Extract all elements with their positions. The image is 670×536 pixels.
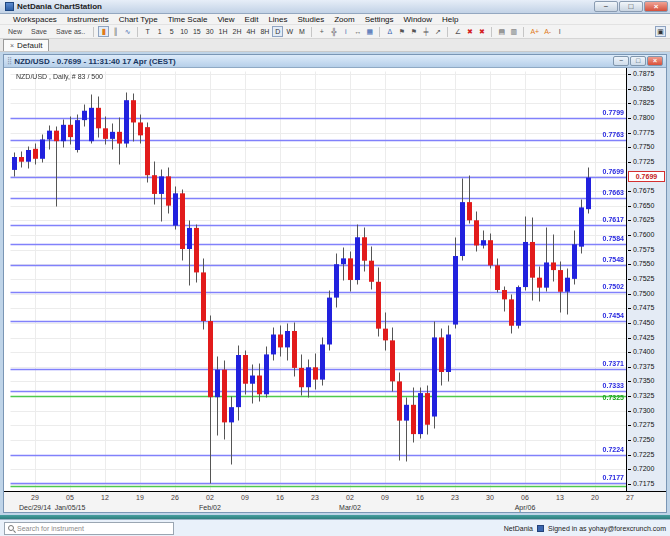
grid-icon[interactable]: ╬: [328, 26, 339, 37]
fibonacci-icon[interactable]: ╪: [420, 26, 431, 37]
menu-window[interactable]: Window: [399, 15, 437, 24]
price-axis-tick: [628, 220, 631, 221]
price-axis-label: 0.7275: [633, 421, 654, 428]
print-preview-icon[interactable]: ▥: [508, 26, 519, 37]
time-axis-tick-label: 19: [128, 494, 152, 501]
menu-settings[interactable]: Settings: [360, 15, 399, 24]
price-axis-label: 0.7550: [633, 260, 654, 267]
chart-window-titlebar[interactable]: ⣿ NZD/USD - 0.7699 - 11:31:40 17 Apr (CE…: [4, 55, 666, 68]
toolbar-separator: [379, 27, 380, 37]
timeframe-t-button[interactable]: T: [142, 26, 153, 37]
crosshair-icon[interactable]: +: [316, 26, 327, 37]
measure-icon[interactable]: Ι: [554, 26, 565, 37]
timeframe-1-button[interactable]: 1: [154, 26, 165, 37]
timeframe-10-button[interactable]: 10: [178, 26, 190, 37]
chart-area[interactable]: NZD/USD , Daily, # 83 / 500 0.78750.7850…: [4, 68, 666, 512]
time-axis-tick-label: 23: [303, 494, 327, 501]
print-icon[interactable]: ▤: [496, 26, 507, 37]
window-title: NetDania ChartStation: [17, 2, 102, 11]
price-axis-tick: [628, 338, 631, 339]
price-axis-tick: [628, 264, 631, 265]
timeframe-1h-button[interactable]: 1H: [217, 26, 230, 37]
delete-icon[interactable]: ✖: [464, 26, 475, 37]
close-button[interactable]: ×: [644, 1, 668, 12]
menu-instruments[interactable]: Instruments: [62, 15, 114, 24]
timeframe-w-button[interactable]: W: [284, 26, 295, 37]
price-axis-label: 0.7575: [633, 246, 654, 253]
chart-minimize-button[interactable]: −: [613, 56, 629, 66]
tab-close-icon[interactable]: ×: [10, 42, 14, 49]
export-icon[interactable]: ▦: [364, 26, 375, 37]
line-chart-icon[interactable]: ∿: [122, 26, 133, 37]
price-axis-tick: [628, 308, 631, 309]
time-axis-tick-label: 30: [478, 494, 502, 501]
delete-all-icon[interactable]: ✖: [476, 26, 487, 37]
timeframe-30-button[interactable]: 30: [204, 26, 216, 37]
menu-help[interactable]: Help: [437, 15, 463, 24]
menu-view[interactable]: View: [212, 15, 239, 24]
netdania-chartstation-app: NetDania ChartStation − □ × WorkspacesIn…: [0, 0, 670, 536]
zoom-in-icon[interactable]: A+: [528, 26, 541, 37]
price-axis-label: 0.7825: [633, 99, 654, 106]
tab-label: Default: [17, 41, 42, 50]
price-axis[interactable]: 0.78750.78500.78250.78000.77750.77500.77…: [626, 68, 666, 491]
candlestick-chart-icon[interactable]: ▮: [98, 26, 109, 37]
minimize-button[interactable]: −: [594, 1, 618, 12]
support-resistance-label: 0.7333: [564, 382, 624, 389]
price-axis-label: 0.7175: [633, 480, 654, 487]
maximize-button[interactable]: □: [619, 1, 643, 12]
toolbar-new-button[interactable]: New: [4, 28, 26, 35]
menu-time-scale[interactable]: Time Scale: [163, 15, 213, 24]
price-axis-tick: [628, 191, 631, 192]
menu-zoom[interactable]: Zoom: [329, 15, 359, 24]
menu-studies[interactable]: Studies: [293, 15, 330, 24]
window-layout-button[interactable]: ▣: [655, 26, 666, 37]
chart-close-button[interactable]: ×: [647, 56, 663, 66]
timeframe-8h-button[interactable]: 8H: [258, 26, 271, 37]
price-axis-label: 0.7425: [633, 334, 654, 341]
menu-chart-type[interactable]: Chart Type: [114, 15, 163, 24]
menu-edit[interactable]: Edit: [240, 15, 264, 24]
price-axis-tick: [628, 469, 631, 470]
timeframe-m-button[interactable]: M: [296, 26, 307, 37]
alert-bell-icon[interactable]: Δ: [384, 26, 395, 37]
price-axis-label: 0.7525: [633, 275, 654, 282]
support-resistance-label: 0.7617: [564, 216, 624, 223]
ray-icon[interactable]: ↗: [432, 26, 443, 37]
timeframe-2h-button[interactable]: 2H: [231, 26, 244, 37]
toolbar-save-as--button[interactable]: Save as..: [52, 28, 89, 35]
zoom-out-icon[interactable]: A-: [542, 26, 553, 37]
scroll-icon[interactable]: ↔: [352, 26, 363, 37]
search-placeholder: Search for instrument: [17, 525, 84, 532]
support-resistance-label: 0.7224: [564, 446, 624, 453]
time-axis-tick-label: 13: [548, 494, 572, 501]
netdania-logo-icon: [537, 525, 544, 532]
info-icon[interactable]: i: [340, 26, 351, 37]
price-axis-label: 0.7800: [633, 114, 654, 121]
timeframe-15-button[interactable]: 15: [191, 26, 203, 37]
angle-line-icon[interactable]: ∠: [452, 26, 463, 37]
price-axis-label: 0.7350: [633, 377, 654, 384]
candlestick-plot[interactable]: [10, 71, 626, 491]
menu-workspaces[interactable]: Workspaces: [8, 15, 62, 24]
chart-restore-button[interactable]: □: [630, 56, 646, 66]
time-axis-tick-label: 09: [373, 494, 397, 501]
timeframe-d-button[interactable]: D: [272, 26, 283, 37]
price-axis-tick: [628, 455, 631, 456]
support-resistance-label: 0.7763: [564, 131, 624, 138]
price-axis-tick: [628, 133, 631, 134]
trend-channel-icon[interactable]: ⚑: [408, 26, 419, 37]
timeframe-4h-button[interactable]: 4H: [244, 26, 257, 37]
menu-lines[interactable]: Lines: [263, 15, 292, 24]
toolbar-separator: [137, 27, 138, 37]
tab-default[interactable]: × Default: [3, 39, 49, 51]
search-icon: [8, 525, 14, 531]
bar-chart-icon[interactable]: ║: [110, 26, 121, 37]
toolbar-save-button[interactable]: Save: [27, 28, 51, 35]
time-axis[interactable]: 290512192602091623020916233006132027Dec/…: [4, 491, 666, 512]
time-axis-date-label: Mar/02: [315, 504, 385, 511]
search-input[interactable]: Search for instrument: [4, 522, 174, 535]
timeframe-5-button[interactable]: 5: [166, 26, 177, 37]
trend-line-icon[interactable]: ⚑: [396, 26, 407, 37]
price-axis-tick: [628, 162, 631, 163]
